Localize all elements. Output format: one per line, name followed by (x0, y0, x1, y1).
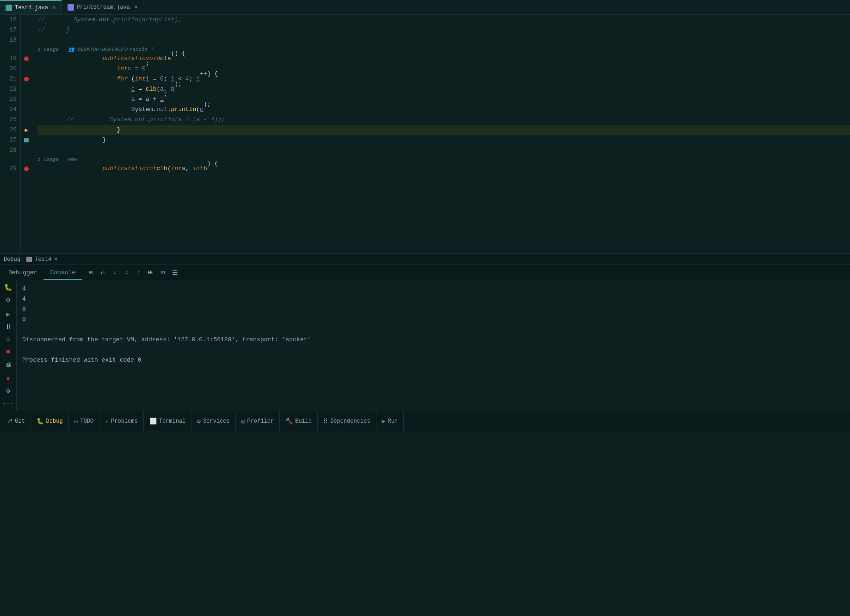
session-close[interactable]: × (54, 256, 57, 263)
line-16: 16 (0, 15, 17, 25)
code-line-23: a = a + i; (37, 94, 850, 105)
debug-panel: Debug: Test4 × Debugger Console ⊞ ↩ ↓ ↕ (0, 253, 850, 411)
step-over2-btn[interactable]: ≡ (2, 334, 14, 345)
test4-icon (6, 5, 12, 11)
gutter-21[interactable] (21, 74, 32, 84)
gutter-22[interactable] (21, 84, 32, 94)
session-name: Test4 (35, 256, 51, 263)
gutter-23[interactable] (21, 94, 32, 105)
bottom-git[interactable]: ⎇ Git (0, 411, 31, 431)
editor-area: 16 17 18 19 20 21 22 23 24 25 26 27 28 2… (0, 15, 850, 411)
resume-btn[interactable]: ⏭ (146, 267, 156, 277)
line-23: 23 (0, 94, 17, 105)
tab-debugger[interactable]: Debugger (2, 266, 43, 280)
breakpoint-19 (24, 56, 29, 61)
gutter-18[interactable] (21, 35, 32, 45)
profiler-icon: ◎ (241, 418, 245, 425)
settings-btn[interactable]: ☰ (170, 267, 180, 277)
gutter-24[interactable] (21, 105, 32, 115)
run-icon: ▶ (382, 418, 386, 425)
debug-tabs: Debugger Console (0, 265, 82, 280)
console-output: 4 4 8 8 Disconnected from the target VM,… (17, 280, 850, 411)
bottom-problems[interactable]: ⚠ Problems (99, 411, 143, 431)
bottom-debug[interactable]: 🐛 Debug (31, 411, 69, 431)
tab-printstream[interactable]: PrintStream.java × (62, 0, 144, 14)
terminal-label: Terminal (159, 418, 186, 425)
bottom-profiler[interactable]: ◎ Profiler (236, 411, 280, 431)
step-over-btn[interactable]: ↩ (98, 267, 108, 277)
stop-btn[interactable]: ■ (2, 346, 14, 357)
current-line-arrow: ▶ (25, 127, 28, 134)
tab-printstream-label: PrintStream.java (77, 4, 130, 11)
resume-program-btn[interactable]: ▶ (2, 309, 14, 320)
main-area: 16 17 18 19 20 21 22 23 24 25 26 27 28 2… (0, 15, 850, 411)
git-icon: ⎇ (6, 418, 12, 425)
services-label: Services (203, 418, 230, 425)
gutter-25[interactable] (21, 115, 32, 125)
bottom-todo[interactable]: ☑ TODO (69, 411, 100, 431)
gutter-27[interactable] (21, 135, 32, 145)
pause-btn[interactable]: ⏸ (2, 321, 14, 332)
tab-test4-close[interactable]: × (53, 5, 56, 11)
code-line-22: c = clb(a, b); (37, 84, 850, 94)
step-up-btn[interactable]: ↑ (134, 267, 144, 277)
bottom-terminal[interactable]: ⬜ Terminal (144, 411, 192, 431)
gutter-20[interactable] (21, 64, 32, 74)
print-btn[interactable]: 🖨 (2, 359, 14, 370)
code-line-29: public static int clb(int a, int b) { (37, 164, 850, 174)
code-line-16: // System.out.println(arrayList); (37, 15, 850, 25)
code-line-18 (37, 35, 850, 45)
console-line-1: 4 (22, 284, 844, 294)
gutter-29[interactable] (21, 164, 32, 174)
gutter-28[interactable] (21, 145, 32, 155)
close-btn2[interactable]: ● (2, 373, 14, 384)
gutter-26[interactable]: ▶ (21, 125, 32, 135)
console-line-2: 4 (22, 294, 844, 304)
gutter-17[interactable] (21, 25, 32, 35)
more-btn[interactable]: ··· (2, 398, 14, 409)
console-line-6 (22, 345, 844, 355)
debug-header: Debug: Test4 × (0, 254, 850, 265)
view-btn[interactable]: ⊡ (158, 267, 168, 277)
debug-tab-row: Debugger Console ⊞ ↩ ↓ ↕ ↑ ⏭ ⊡ ☰ (0, 265, 850, 280)
usage-hint-1: 1 usage 👥 DESKTOP-OC0T4C0\Franciz * (37, 45, 850, 54)
tab-console[interactable]: Console (43, 266, 82, 280)
debug-label: Debug (46, 418, 63, 425)
console-line-5 (22, 325, 844, 335)
bottom-run[interactable]: ▶ Run (376, 411, 404, 431)
problems-icon: ⚠ (105, 418, 109, 425)
console-line-process: Process finished with exit code 0 (22, 355, 844, 365)
debug-label: Debug: (4, 256, 24, 263)
debug-title: Debug: Test4 × (4, 256, 57, 263)
restore-layout-btn[interactable]: ⊞ (86, 267, 96, 277)
code-content[interactable]: // System.out.println(arrayList); // } 1… (32, 15, 850, 253)
bottom-build[interactable]: 🔨 Build (280, 411, 318, 431)
gutter: ▶ (21, 15, 32, 253)
bottom-dependencies[interactable]: ⠿ Dependencies (318, 411, 376, 431)
step-out-btn[interactable]: ↕ (122, 267, 132, 277)
debug-stop-btn[interactable]: 🐛 (2, 282, 14, 293)
todo-icon: ☑ (74, 418, 78, 425)
line-25: 25 (0, 115, 17, 125)
bottom-services[interactable]: ⚙ Services (191, 411, 235, 431)
session-icon (26, 257, 32, 262)
code-line-24: System.out.println(c); (37, 105, 850, 115)
dump-btn[interactable]: ⊙ (2, 386, 14, 396)
step-into-btn[interactable]: ↓ (110, 267, 120, 277)
tab-test4[interactable]: Test4.java × (0, 0, 62, 14)
gutter-19[interactable] (21, 54, 32, 64)
services-icon: ⚙ (197, 418, 201, 425)
gutter-16[interactable] (21, 15, 32, 25)
line-29: 29 (0, 164, 17, 174)
line-21: 21 (0, 74, 17, 84)
tab-bar: Test4.java × PrintStream.java × (0, 0, 850, 15)
console-line-4: 8 (22, 314, 844, 325)
line-18: 18 (0, 35, 17, 45)
line-24: 24 (0, 105, 17, 115)
tab-printstream-close[interactable]: × (135, 5, 138, 10)
line-26: 26 (0, 125, 17, 135)
line-17: 17 (0, 25, 17, 35)
debug-settings-btn[interactable]: ⚙ (2, 295, 14, 305)
code-line-17: // } (37, 25, 850, 35)
code-line-27: } (37, 135, 850, 145)
